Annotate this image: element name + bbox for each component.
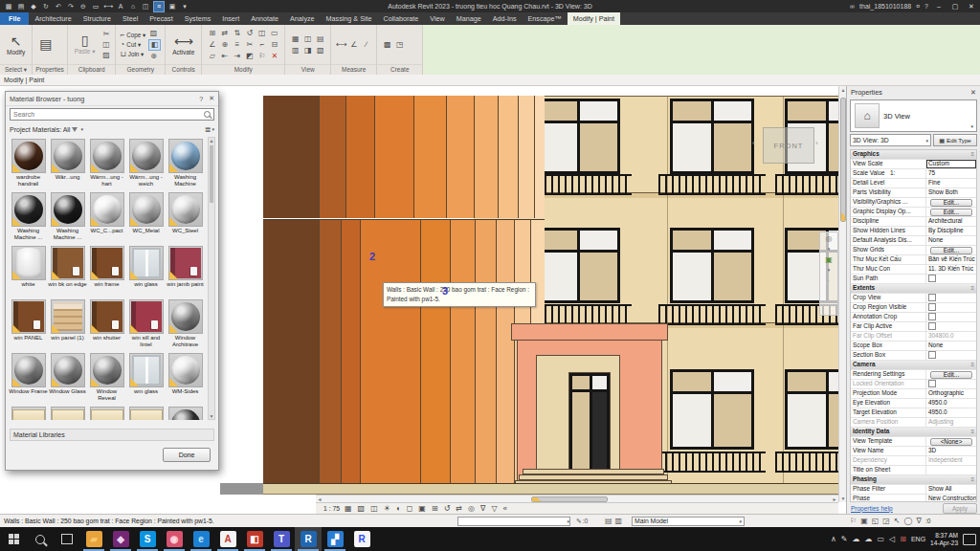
property-row[interactable]: Phasing <box>851 475 976 485</box>
property-value[interactable] <box>926 303 976 312</box>
property-row[interactable]: Title on Sheet <box>851 466 976 475</box>
property-value[interactable]: Show Both <box>926 188 976 197</box>
ribbon-tab[interactable]: Massing & Site <box>321 12 378 25</box>
property-value[interactable]: 75 <box>926 169 976 178</box>
qat-icon[interactable]: A <box>116 2 125 11</box>
view-control-icon[interactable]: ◫ <box>370 504 378 514</box>
property-value[interactable]: None <box>926 236 976 245</box>
painted-wall-panel[interactable] <box>519 96 534 218</box>
apply-button[interactable]: Apply <box>943 503 977 514</box>
material-item[interactable]: Window Frame <box>9 351 48 405</box>
window-unit[interactable] <box>536 99 620 174</box>
material-item[interactable]: win frame <box>87 244 126 298</box>
type-selector[interactable]: ⌂ 3D View ▾ <box>850 99 977 132</box>
minimize-button[interactable]: – <box>933 1 945 11</box>
modify-tool-icon[interactable]: ▭ <box>268 28 280 39</box>
qat-icon[interactable]: ◫ <box>141 2 150 11</box>
view-control-icon[interactable]: ▽ <box>491 504 497 514</box>
scroll-down-icon[interactable]: ▼ <box>839 495 846 502</box>
property-row[interactable]: Parts Visibility Show Both <box>851 188 976 198</box>
painted-wall-panel[interactable] <box>497 220 514 484</box>
property-row[interactable]: Scale Value 1: 75 <box>851 169 976 179</box>
scroll-down-icon[interactable]: ▼ <box>209 413 214 419</box>
ribbon-tab[interactable]: File <box>0 12 29 25</box>
property-value[interactable]: None <box>926 342 976 350</box>
property-value[interactable] <box>926 466 976 474</box>
modify-tool-icon[interactable]: ✂ <box>243 39 256 51</box>
vscroll-thumb[interactable] <box>840 98 846 222</box>
create-tool-icon[interactable]: ▩ <box>381 39 393 51</box>
painted-wall-panel[interactable] <box>447 96 474 218</box>
ribbon-tab[interactable]: Analyze <box>284 12 321 25</box>
property-value[interactable] <box>926 380 976 388</box>
modify-tool-icon[interactable]: ⇥ <box>231 51 243 62</box>
qat-icon[interactable]: ↶ <box>54 2 63 11</box>
view-control-icon[interactable]: ∇ <box>480 504 485 514</box>
qat-icon[interactable]: ≡ <box>153 1 165 12</box>
measure-tool-icon[interactable]: ⟷ <box>335 39 347 51</box>
qat-icon[interactable]: ◆ <box>29 2 38 11</box>
taskbar-app-icon[interactable]: ◆ <box>107 527 134 551</box>
qat-icon[interactable]: ↻ <box>41 2 51 11</box>
ribbon-tab[interactable]: Modify | Paint <box>568 12 620 25</box>
painted-wall-panel[interactable] <box>375 96 413 218</box>
property-row[interactable]: Discipline Architectural <box>851 217 976 227</box>
property-row[interactable]: Camera Position Adjusting <box>851 418 976 428</box>
chevron-down-icon[interactable]: ▾ <box>212 126 214 132</box>
steering-wheel-icon[interactable]: ◎ <box>826 234 833 243</box>
cut-to-clipboard-icon[interactable]: ✂ <box>100 30 111 39</box>
property-row[interactable]: Rendering Settings Edit... <box>851 370 976 380</box>
modify-tool-icon[interactable]: ✕ <box>268 51 280 62</box>
qat-icon[interactable]: ▾ <box>180 2 189 11</box>
property-row[interactable]: View Template <None> <box>851 437 976 447</box>
view-tool-icon[interactable]: ▧ <box>314 45 326 56</box>
property-value[interactable]: 3D <box>926 447 976 455</box>
property-row[interactable]: Section Box <box>851 351 976 361</box>
tray-icon[interactable]: ∧ <box>831 535 836 543</box>
qat-icon[interactable]: ⊖ <box>78 2 88 11</box>
activate-controls-button[interactable]: ⟷Activate <box>169 33 197 56</box>
task-view-icon[interactable] <box>54 527 80 551</box>
main-model-combo[interactable]: Main Model▾ <box>632 517 745 526</box>
property-row[interactable]: Crop View <box>851 294 976 303</box>
chevron-down-icon[interactable]: ▾ <box>80 126 83 132</box>
modify-button[interactable]: ↖Modify <box>4 33 28 56</box>
property-row[interactable]: Extents <box>851 284 976 294</box>
taskbar-app-icon[interactable]: R <box>348 527 375 551</box>
cart-icon[interactable]: ¤ <box>916 3 920 10</box>
material-item[interactable]: win sill and lintel <box>126 298 166 351</box>
modify-tool-icon[interactable]: ≡ <box>231 39 243 51</box>
taskbar-app-icon[interactable]: ◧ <box>241 527 268 551</box>
material-item[interactable]: white <box>9 244 48 298</box>
property-row[interactable]: Projection Mode Orthographic <box>851 389 976 399</box>
help-icon[interactable]: ? <box>924 3 928 10</box>
window-unit[interactable] <box>536 228 620 303</box>
property-row[interactable]: View Name 3D <box>851 447 976 456</box>
material-item[interactable]: WC_Metal <box>126 190 166 244</box>
ribbon-tab[interactable]: Structure <box>78 12 117 25</box>
workset-icon[interactable]: ▤ <box>605 517 612 525</box>
material-item[interactable] <box>166 405 205 420</box>
property-row[interactable]: Show Grids Edit... <box>851 246 976 255</box>
material-browser-dialog[interactable]: Material Browser - tuong ? ✕ Project Mat… <box>5 91 219 471</box>
balcony-railing[interactable] <box>775 174 838 195</box>
property-value[interactable] <box>926 313 976 321</box>
property-value[interactable]: New Construction <box>926 495 976 502</box>
view-tool-icon[interactable]: ◨ <box>301 45 314 56</box>
modify-tool-icon[interactable]: ⊟ <box>268 39 280 51</box>
material-item[interactable]: win jamb paint <box>166 244 205 298</box>
taskbar-app-icon[interactable]: T <box>268 527 295 551</box>
panel-label-select[interactable]: Select ▾ <box>0 64 32 75</box>
qat-icon[interactable]: ▭ <box>91 2 100 11</box>
view-control-icon[interactable]: ◐ <box>396 504 401 514</box>
portico-cap[interactable] <box>511 323 668 341</box>
material-item[interactable]: Wärm...ung - weich <box>126 137 166 190</box>
taskbar-app-icon[interactable]: R <box>295 527 322 551</box>
painted-wall-panel[interactable] <box>421 220 450 484</box>
property-value[interactable] <box>926 351 976 360</box>
zoom-icon[interactable]: ▣ <box>825 255 833 264</box>
material-item[interactable]: wardrobe handrail <box>9 137 48 190</box>
match-type-icon[interactable]: ▨ <box>100 51 111 60</box>
material-item[interactable]: win glass <box>126 244 166 298</box>
measure-tool-icon[interactable]: ∕ <box>360 39 372 51</box>
